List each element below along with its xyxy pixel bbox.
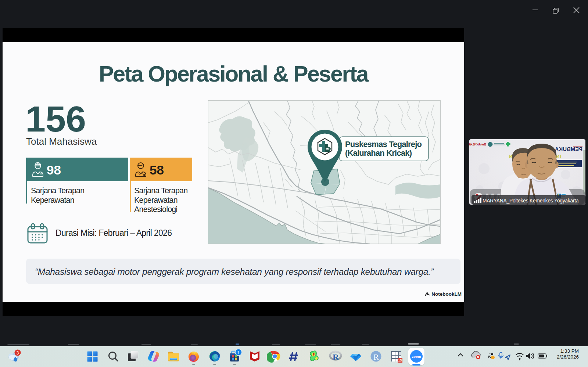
svg-text:(Kalurahan Kricak): (Kalurahan Kricak) xyxy=(345,148,412,158)
svg-text:MARYANA_Poltekes Kemenkes Yogy: MARYANA_Poltekes Kemenkes Yogyakarta xyxy=(483,198,579,204)
svg-text:3: 3 xyxy=(17,350,19,356)
svg-text:R: R xyxy=(373,352,379,361)
svg-text:15: 15 xyxy=(398,359,402,362)
svg-text:R: R xyxy=(333,352,339,362)
svg-text:zoom: zoom xyxy=(412,355,421,359)
svg-text:1: 1 xyxy=(237,350,240,355)
svg-text:BerAKHLAK: BerAKHLAK xyxy=(469,143,486,146)
svg-text:Puskesmas Tegalrejo: Puskesmas Tegalrejo xyxy=(345,140,422,149)
